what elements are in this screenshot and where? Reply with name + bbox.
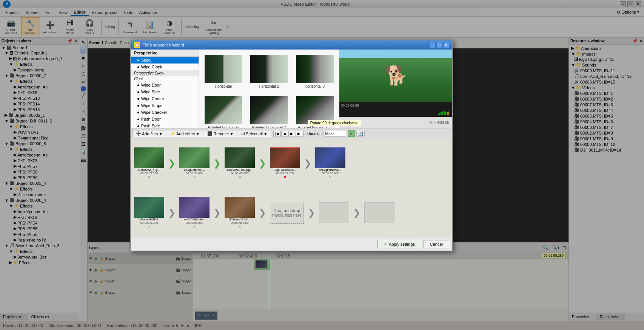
effect-thumb-horizontal: [205, 55, 242, 83]
arrow-2: ❯: [255, 153, 270, 174]
file-thumb-7[interactable]: [225, 197, 255, 218]
add-effect-btn[interactable]: ⚡ Add effect ▼: [167, 130, 203, 137]
effect-grid: Horizontal Horizontal 2 Horizontal 3: [202, 53, 336, 128]
effects-list-panel: Perspective ●Skew ●Wipe Clock Perspectiv…: [131, 50, 199, 128]
file-thumb-4[interactable]: [315, 147, 345, 168]
file-thumb-1[interactable]: [179, 147, 210, 168]
effects-grid-panel: Horizontal Horizontal 2 Horizontal 3: [199, 50, 339, 128]
preview-video-frame: 🐕: [339, 50, 452, 102]
transition-arrow-1: ❯: [213, 158, 221, 169]
arrow-7: ❯: [304, 202, 319, 223]
effect-label-horizontal2: Horizontal 2: [259, 84, 279, 88]
effect-thumb-horizontal3: [296, 55, 334, 83]
file-time-4: 00:00:05.000: [322, 172, 339, 175]
file-time-0: 00:00:05.000: [140, 172, 158, 175]
preview-time: 00:00/00:05: [341, 104, 359, 107]
file-thumb-5[interactable]: [134, 197, 164, 218]
modal-footer: ✓ Apply settings Cancel: [131, 237, 452, 251]
effect-wipe-side[interactable]: ●Wipe Side: [131, 88, 199, 95]
transition-arrow-8: ❯: [353, 208, 361, 218]
file-delete-5[interactable]: ✕: [148, 225, 151, 229]
effect-rotated-horizontal2[interactable]: Rotated horizontal 2: [248, 94, 290, 128]
modal-minimize-btn[interactable]: ─: [430, 42, 436, 48]
file-delete-7[interactable]: ✕: [238, 225, 241, 229]
effect-label-horizontal3: Horizontal 3: [305, 84, 325, 88]
file-delete-4[interactable]: ✕: [329, 175, 332, 179]
file-thumb-0[interactable]: [134, 147, 164, 168]
modal-maximize-btn[interactable]: □: [436, 42, 442, 48]
file-name-1: uZugx-hhPlk.j...: [184, 168, 205, 172]
transition-arrow-4: ❯: [168, 208, 176, 218]
volume-bar-area: [339, 109, 452, 117]
modal-close-btn[interactable]: ✕: [443, 42, 449, 48]
file-thumb-6[interactable]: [179, 197, 210, 218]
effect-horizontal3[interactable]: Horizontal 3: [293, 53, 336, 91]
wizard-files-toolbar: ➕ Add files ▼ ⚡ Add effect ▼ ⬛ Remove ▼ …: [131, 128, 452, 139]
file-time-1: 00:00:05.000: [186, 172, 203, 175]
confirm-duration-btn[interactable]: ✓: [348, 130, 355, 137]
modal-body: Perspective ●Skew ●Wipe Clock Perspectiv…: [131, 50, 452, 128]
file-slot-2: oJwYrm-15lE.jpg... 00:00:05.000 ✕: [225, 147, 255, 179]
file-delete-3[interactable]: ✕: [283, 175, 287, 179]
effect-thumb-rotated2: [250, 96, 288, 124]
file-delete-0[interactable]: ✕: [148, 175, 151, 179]
file-name-6: ayMAYS0Jr8o...: [183, 218, 205, 221]
file-thumb-2[interactable]: [225, 147, 255, 168]
modal-overlay: 📋 File's sequence wizard ─ □ ✕ Perspecti…: [0, 0, 644, 330]
extra-buttons: 🔄 Rotate 90 degrees clockwise: [356, 131, 365, 136]
preview-time-display: 00:00/00:05: [429, 121, 449, 125]
effect-label-rotated2: Rotated horizontal 2: [252, 125, 286, 128]
nav-prev[interactable]: ◀: [281, 131, 288, 136]
file-slots-area: iu-0DMcZ_X8j.... 00:00:05.000 ✕ ❯ uZugx-…: [131, 139, 452, 188]
remove-btn[interactable]: ⬛ Remove ▼: [204, 130, 237, 137]
nav-first[interactable]: |◀: [273, 131, 281, 136]
effect-push-side[interactable]: ●Push Side: [131, 122, 199, 128]
file-time-2: 00:00:05.000: [231, 172, 249, 175]
empty-slot-2: [364, 202, 394, 223]
transition-arrow-2: ❯: [259, 158, 266, 169]
effect-horizontal[interactable]: Horizontal: [202, 53, 245, 91]
duration-input[interactable]: [324, 131, 346, 136]
effect-rotated-horizontal[interactable]: Rotated horizontal: [202, 94, 245, 128]
transition-arrow-6: ❯: [259, 208, 266, 218]
arrow-6: ❯: [255, 202, 270, 223]
plus-icon: ➕: [136, 131, 141, 136]
duration-label: Duration:: [307, 132, 323, 136]
dog-emoji: 🐕: [384, 65, 408, 87]
effect-wipe-door[interactable]: ●Wipe Door: [131, 82, 199, 88]
file-slot-7: ffD8UnrmT1h4... 00:00:05.000 ✕: [225, 197, 255, 229]
file-delete-1[interactable]: ✕: [193, 175, 196, 179]
arrow-3: ❯: [300, 153, 315, 174]
modal-title-bar: 📋 File's sequence wizard ─ □ ✕: [131, 40, 452, 50]
file-delete-2[interactable]: ✕: [238, 175, 241, 179]
transition-arrow-7: ❯: [308, 208, 315, 218]
nav-next[interactable]: ▶: [288, 131, 295, 136]
file-slot-1: uZugx-hhPlk.j... 00:00:05.000 ✕: [179, 147, 210, 179]
select-all-btn[interactable]: ☑ Select all ▼: [238, 130, 271, 137]
file-delete-6[interactable]: ✕: [193, 225, 196, 229]
rotate-btn[interactable]: 🔄 Rotate 90 degrees clockwise: [356, 131, 365, 136]
preview-image-area: 🐕: [339, 50, 452, 102]
effect-wipe-checker[interactable]: ●Wipe Checker: [131, 109, 199, 116]
cancel-btn[interactable]: Cancel: [424, 240, 449, 248]
volume-indicator: [438, 111, 449, 115]
effect-wipe-clock[interactable]: ●Wipe Clock: [131, 64, 199, 70]
effect-horizontal2[interactable]: Horizontal 2: [248, 53, 290, 91]
effect-label-rotated: Rotated horizontal: [208, 125, 239, 128]
arrow-5: ❯: [210, 202, 225, 223]
file-thumb-3[interactable]: [270, 147, 300, 168]
dropdown-arrow-icon: ▼: [159, 132, 163, 136]
file-slot-6: ayMAYS0Jr8o... 00:00:05.000 ✕: [179, 197, 210, 229]
sequence-wizard-modal: 📋 File's sequence wizard ─ □ ✕ Perspecti…: [130, 40, 453, 251]
nav-last[interactable]: ▶|: [296, 131, 304, 136]
add-files-btn[interactable]: ➕ Add files ▼: [132, 130, 166, 137]
effect-wipe-strips[interactable]: ●Wipe Strips: [131, 102, 199, 109]
effect-push-door[interactable]: ●Push Door: [131, 116, 199, 122]
file-slot-0: iu-0DMcZ_X8j.... 00:00:05.000 ✕: [134, 147, 164, 179]
perspective-skew-label: Perspective Skew: [131, 70, 199, 76]
effect-skew[interactable]: ●Skew: [131, 57, 199, 64]
drag-drop-area[interactable]: Drag and drop media files here: [270, 202, 304, 224]
apply-settings-btn[interactable]: ✓ Apply settings: [377, 240, 421, 248]
effect-wipe-center[interactable]: ●Wipe Center: [131, 95, 199, 102]
file-time-7: 00:00:05.000: [231, 221, 249, 225]
